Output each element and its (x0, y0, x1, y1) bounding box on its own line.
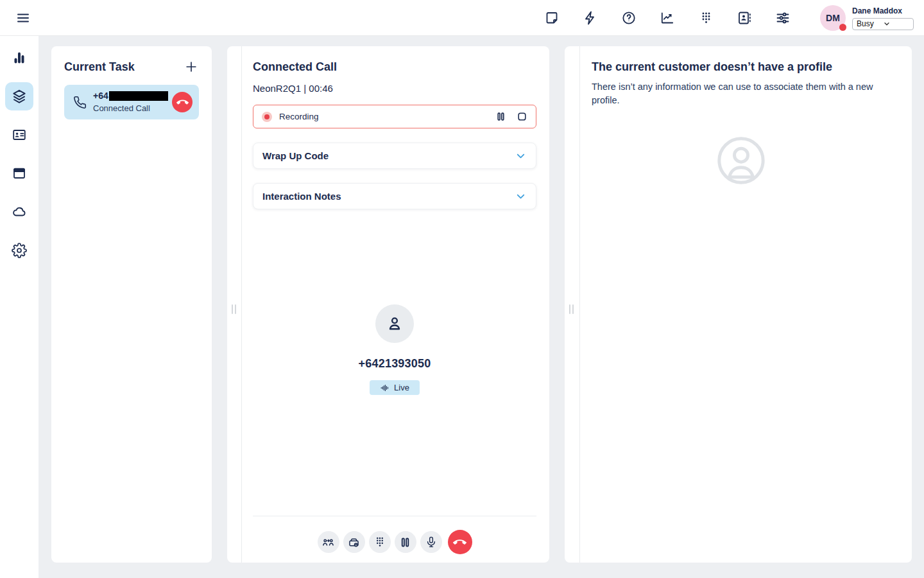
topbar: DM Dane Maddox Busy (0, 0, 924, 36)
hold-icon (399, 536, 411, 548)
panel-resize-handle-right[interactable] (565, 46, 580, 563)
recording-device-icon (347, 536, 361, 549)
layers-icon (11, 88, 28, 105)
user-name: Dane Maddox (852, 6, 914, 15)
wrap-up-code-accordion[interactable]: Wrap Up Code (253, 143, 536, 169)
status-select-value: Busy (857, 19, 883, 28)
note-button[interactable] (540, 6, 563, 30)
profile-placeholder-icon (715, 135, 767, 186)
microphone-icon (425, 536, 438, 548)
stop-icon (517, 111, 527, 122)
contacts-button[interactable] (733, 6, 756, 30)
contact-avatar (375, 304, 414, 343)
sidebar (0, 36, 38, 578)
end-call-icon (176, 96, 189, 109)
call-toolbar (253, 516, 536, 563)
task-end-call-button[interactable] (172, 92, 193, 112)
panel-resize-handle-left[interactable] (227, 46, 242, 563)
connected-call-title: Connected Call (253, 60, 536, 74)
bar-chart-icon (12, 50, 27, 66)
sidebar-item-analytics[interactable] (5, 44, 33, 72)
window-icon (12, 166, 27, 181)
contact-card-icon (12, 127, 27, 143)
dialpad-button[interactable] (694, 6, 717, 30)
hold-call-button[interactable] (395, 531, 416, 553)
sidebar-item-contacts[interactable] (5, 121, 33, 149)
transfer-icon (321, 536, 335, 549)
stop-recording-button[interactable] (516, 111, 527, 123)
hamburger-menu-button[interactable] (13, 8, 33, 28)
settings-gear-icon (12, 243, 27, 258)
person-icon (385, 314, 404, 333)
call-queue-name: NeonR2Q1 (253, 83, 301, 94)
current-task-panel: Current Task +64 Connected Call (51, 46, 212, 563)
sidebar-item-cloud[interactable] (5, 198, 33, 226)
wrap-up-code-label: Wrap Up Code (262, 150, 329, 161)
contacts-book-icon (737, 10, 752, 26)
end-call-button[interactable] (448, 530, 472, 554)
connected-call-panel: Connected Call NeonR2Q1 | 00:46 Recordin… (227, 46, 549, 563)
live-label: Live (394, 383, 409, 392)
contact-phone-number: +6421393050 (359, 357, 431, 371)
quick-actions-button[interactable] (579, 6, 602, 30)
recording-label: Recording (279, 112, 319, 121)
call-subtitle-separator: | (304, 83, 306, 94)
add-task-button[interactable] (184, 59, 199, 74)
task-status-label: Connected Call (93, 103, 168, 114)
analytics-button[interactable] (656, 6, 679, 30)
pause-icon (495, 111, 506, 122)
drag-handle-icon (232, 304, 236, 314)
task-card-connected-call[interactable]: +64 Connected Call (64, 85, 199, 119)
lightning-icon (583, 10, 598, 26)
recording-banner: Recording (253, 105, 536, 128)
busy-status-dot (839, 24, 846, 31)
recording-device-button[interactable] (343, 531, 365, 553)
current-task-title: Current Task (64, 60, 135, 74)
end-call-icon (453, 536, 466, 549)
analytics-icon (660, 10, 675, 26)
no-profile-description: There isn’t any information we can use t… (592, 80, 890, 108)
call-subtitle: NeonR2Q1 | 00:46 (253, 83, 536, 94)
transfer-call-button[interactable] (318, 531, 339, 553)
note-icon (544, 10, 560, 26)
plus-icon (184, 60, 198, 74)
no-profile-title: The current customer doesn’t have a prof… (592, 60, 890, 74)
sidebar-item-workspace[interactable] (5, 159, 33, 188)
dialpad-icon (698, 10, 714, 26)
cloud-icon (12, 204, 27, 220)
chevron-down-icon (883, 20, 909, 28)
customer-profile-panel: The current customer doesn’t have a prof… (565, 46, 912, 563)
recording-dot-icon (262, 112, 272, 122)
sidebar-item-settings[interactable] (5, 236, 33, 265)
main-content: Current Task +64 Connected Call (38, 36, 924, 578)
waveform-icon (380, 383, 389, 392)
avatar[interactable]: DM (820, 5, 846, 31)
preferences-button[interactable] (771, 6, 794, 30)
dialpad-icon (373, 536, 386, 548)
call-timer: 00:46 (309, 83, 333, 94)
help-icon (621, 10, 637, 26)
user-cluster: DM Dane Maddox Busy (820, 5, 914, 31)
task-phone-number: +64 (93, 91, 108, 102)
status-select[interactable]: Busy (852, 18, 914, 30)
avatar-initials: DM (826, 13, 840, 23)
live-badge: Live (370, 380, 420, 395)
dialpad-button[interactable] (369, 531, 391, 553)
phone-icon (73, 96, 87, 109)
hamburger-icon (15, 10, 31, 26)
sidebar-item-tasks[interactable] (5, 82, 33, 110)
preferences-icon (775, 10, 791, 26)
help-button[interactable] (617, 6, 640, 30)
drag-handle-icon (569, 304, 574, 314)
mute-button[interactable] (420, 531, 442, 553)
pause-recording-button[interactable] (495, 111, 506, 123)
redaction-bar (109, 91, 168, 101)
chevron-down-icon[interactable] (515, 150, 527, 162)
